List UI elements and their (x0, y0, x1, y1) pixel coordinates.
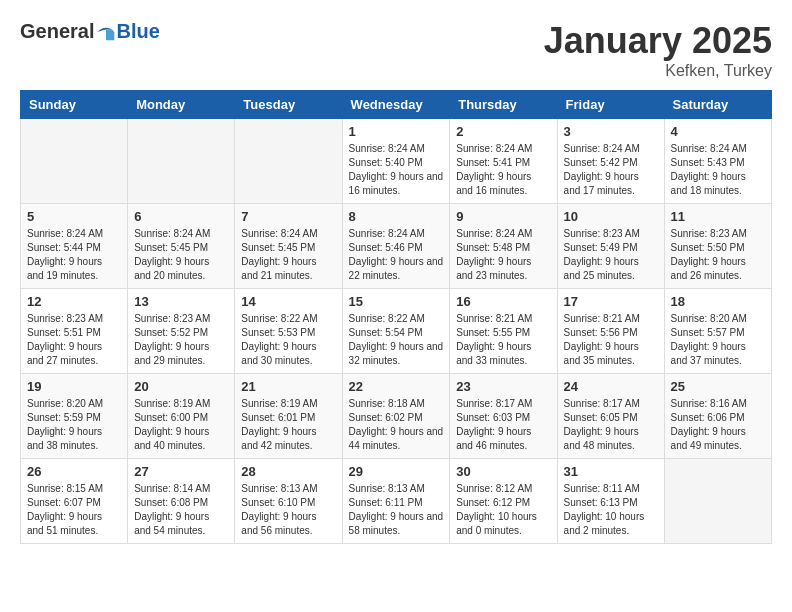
day-info: Sunrise: 8:17 AM Sunset: 6:03 PM Dayligh… (456, 397, 550, 453)
day-info: Sunrise: 8:23 AM Sunset: 5:52 PM Dayligh… (134, 312, 228, 368)
day-number: 13 (134, 294, 228, 309)
day-number: 22 (349, 379, 444, 394)
day-info: Sunrise: 8:18 AM Sunset: 6:02 PM Dayligh… (349, 397, 444, 453)
day-info: Sunrise: 8:24 AM Sunset: 5:44 PM Dayligh… (27, 227, 121, 283)
day-number: 1 (349, 124, 444, 139)
calendar-cell: 8Sunrise: 8:24 AM Sunset: 5:46 PM Daylig… (342, 204, 450, 289)
calendar-cell: 28Sunrise: 8:13 AM Sunset: 6:10 PM Dayli… (235, 459, 342, 544)
calendar-cell: 5Sunrise: 8:24 AM Sunset: 5:44 PM Daylig… (21, 204, 128, 289)
day-number: 27 (134, 464, 228, 479)
day-info: Sunrise: 8:24 AM Sunset: 5:40 PM Dayligh… (349, 142, 444, 198)
calendar-header-row: SundayMondayTuesdayWednesdayThursdayFrid… (21, 91, 772, 119)
logo-icon (96, 22, 116, 42)
calendar-week-row: 19Sunrise: 8:20 AM Sunset: 5:59 PM Dayli… (21, 374, 772, 459)
calendar-cell: 3Sunrise: 8:24 AM Sunset: 5:42 PM Daylig… (557, 119, 664, 204)
day-info: Sunrise: 8:20 AM Sunset: 5:59 PM Dayligh… (27, 397, 121, 453)
day-info: Sunrise: 8:22 AM Sunset: 5:53 PM Dayligh… (241, 312, 335, 368)
calendar-week-row: 12Sunrise: 8:23 AM Sunset: 5:51 PM Dayli… (21, 289, 772, 374)
day-info: Sunrise: 8:11 AM Sunset: 6:13 PM Dayligh… (564, 482, 658, 538)
calendar-cell: 26Sunrise: 8:15 AM Sunset: 6:07 PM Dayli… (21, 459, 128, 544)
day-number: 19 (27, 379, 121, 394)
logo-blue-text: Blue (116, 20, 159, 43)
month-title: January 2025 (544, 20, 772, 62)
day-info: Sunrise: 8:13 AM Sunset: 6:11 PM Dayligh… (349, 482, 444, 538)
calendar-cell: 18Sunrise: 8:20 AM Sunset: 5:57 PM Dayli… (664, 289, 771, 374)
day-number: 17 (564, 294, 658, 309)
calendar-cell: 7Sunrise: 8:24 AM Sunset: 5:45 PM Daylig… (235, 204, 342, 289)
calendar-cell: 21Sunrise: 8:19 AM Sunset: 6:01 PM Dayli… (235, 374, 342, 459)
day-info: Sunrise: 8:15 AM Sunset: 6:07 PM Dayligh… (27, 482, 121, 538)
weekday-header: Saturday (664, 91, 771, 119)
calendar-cell: 14Sunrise: 8:22 AM Sunset: 5:53 PM Dayli… (235, 289, 342, 374)
day-info: Sunrise: 8:23 AM Sunset: 5:50 PM Dayligh… (671, 227, 765, 283)
day-number: 8 (349, 209, 444, 224)
calendar-cell: 19Sunrise: 8:20 AM Sunset: 5:59 PM Dayli… (21, 374, 128, 459)
day-number: 4 (671, 124, 765, 139)
day-number: 6 (134, 209, 228, 224)
day-info: Sunrise: 8:21 AM Sunset: 5:55 PM Dayligh… (456, 312, 550, 368)
calendar-table: SundayMondayTuesdayWednesdayThursdayFrid… (20, 90, 772, 544)
calendar-cell: 23Sunrise: 8:17 AM Sunset: 6:03 PM Dayli… (450, 374, 557, 459)
day-info: Sunrise: 8:22 AM Sunset: 5:54 PM Dayligh… (349, 312, 444, 368)
calendar-cell: 9Sunrise: 8:24 AM Sunset: 5:48 PM Daylig… (450, 204, 557, 289)
logo-general-text: General (20, 20, 94, 43)
day-info: Sunrise: 8:23 AM Sunset: 5:51 PM Dayligh… (27, 312, 121, 368)
calendar-week-row: 1Sunrise: 8:24 AM Sunset: 5:40 PM Daylig… (21, 119, 772, 204)
logo: General Blue (20, 20, 160, 43)
calendar-cell (21, 119, 128, 204)
day-number: 2 (456, 124, 550, 139)
calendar-cell: 12Sunrise: 8:23 AM Sunset: 5:51 PM Dayli… (21, 289, 128, 374)
day-info: Sunrise: 8:21 AM Sunset: 5:56 PM Dayligh… (564, 312, 658, 368)
weekday-header: Tuesday (235, 91, 342, 119)
day-number: 28 (241, 464, 335, 479)
calendar-cell (664, 459, 771, 544)
calendar-week-row: 26Sunrise: 8:15 AM Sunset: 6:07 PM Dayli… (21, 459, 772, 544)
calendar-cell: 29Sunrise: 8:13 AM Sunset: 6:11 PM Dayli… (342, 459, 450, 544)
day-number: 18 (671, 294, 765, 309)
day-info: Sunrise: 8:16 AM Sunset: 6:06 PM Dayligh… (671, 397, 765, 453)
calendar-cell: 1Sunrise: 8:24 AM Sunset: 5:40 PM Daylig… (342, 119, 450, 204)
page-header: General Blue January 2025 Kefken, Turkey (20, 20, 772, 80)
day-number: 7 (241, 209, 335, 224)
title-block: January 2025 Kefken, Turkey (544, 20, 772, 80)
weekday-header: Thursday (450, 91, 557, 119)
calendar-cell: 30Sunrise: 8:12 AM Sunset: 6:12 PM Dayli… (450, 459, 557, 544)
day-info: Sunrise: 8:19 AM Sunset: 6:00 PM Dayligh… (134, 397, 228, 453)
day-info: Sunrise: 8:24 AM Sunset: 5:45 PM Dayligh… (241, 227, 335, 283)
day-number: 12 (27, 294, 121, 309)
day-number: 10 (564, 209, 658, 224)
weekday-header: Wednesday (342, 91, 450, 119)
day-number: 9 (456, 209, 550, 224)
day-info: Sunrise: 8:14 AM Sunset: 6:08 PM Dayligh… (134, 482, 228, 538)
day-info: Sunrise: 8:19 AM Sunset: 6:01 PM Dayligh… (241, 397, 335, 453)
calendar-cell: 13Sunrise: 8:23 AM Sunset: 5:52 PM Dayli… (128, 289, 235, 374)
day-info: Sunrise: 8:13 AM Sunset: 6:10 PM Dayligh… (241, 482, 335, 538)
day-number: 30 (456, 464, 550, 479)
calendar-cell: 24Sunrise: 8:17 AM Sunset: 6:05 PM Dayli… (557, 374, 664, 459)
calendar-cell: 31Sunrise: 8:11 AM Sunset: 6:13 PM Dayli… (557, 459, 664, 544)
calendar-week-row: 5Sunrise: 8:24 AM Sunset: 5:44 PM Daylig… (21, 204, 772, 289)
calendar-cell: 4Sunrise: 8:24 AM Sunset: 5:43 PM Daylig… (664, 119, 771, 204)
calendar-cell: 10Sunrise: 8:23 AM Sunset: 5:49 PM Dayli… (557, 204, 664, 289)
day-number: 25 (671, 379, 765, 394)
day-info: Sunrise: 8:24 AM Sunset: 5:43 PM Dayligh… (671, 142, 765, 198)
calendar-cell: 27Sunrise: 8:14 AM Sunset: 6:08 PM Dayli… (128, 459, 235, 544)
location-text: Kefken, Turkey (544, 62, 772, 80)
calendar-cell: 17Sunrise: 8:21 AM Sunset: 5:56 PM Dayli… (557, 289, 664, 374)
day-number: 3 (564, 124, 658, 139)
weekday-header: Monday (128, 91, 235, 119)
calendar-cell (128, 119, 235, 204)
day-info: Sunrise: 8:24 AM Sunset: 5:42 PM Dayligh… (564, 142, 658, 198)
day-info: Sunrise: 8:24 AM Sunset: 5:41 PM Dayligh… (456, 142, 550, 198)
day-number: 5 (27, 209, 121, 224)
day-info: Sunrise: 8:24 AM Sunset: 5:48 PM Dayligh… (456, 227, 550, 283)
calendar-cell: 22Sunrise: 8:18 AM Sunset: 6:02 PM Dayli… (342, 374, 450, 459)
day-info: Sunrise: 8:24 AM Sunset: 5:46 PM Dayligh… (349, 227, 444, 283)
day-info: Sunrise: 8:17 AM Sunset: 6:05 PM Dayligh… (564, 397, 658, 453)
calendar-cell: 6Sunrise: 8:24 AM Sunset: 5:45 PM Daylig… (128, 204, 235, 289)
day-number: 15 (349, 294, 444, 309)
day-number: 14 (241, 294, 335, 309)
calendar-cell (235, 119, 342, 204)
day-number: 21 (241, 379, 335, 394)
weekday-header: Friday (557, 91, 664, 119)
